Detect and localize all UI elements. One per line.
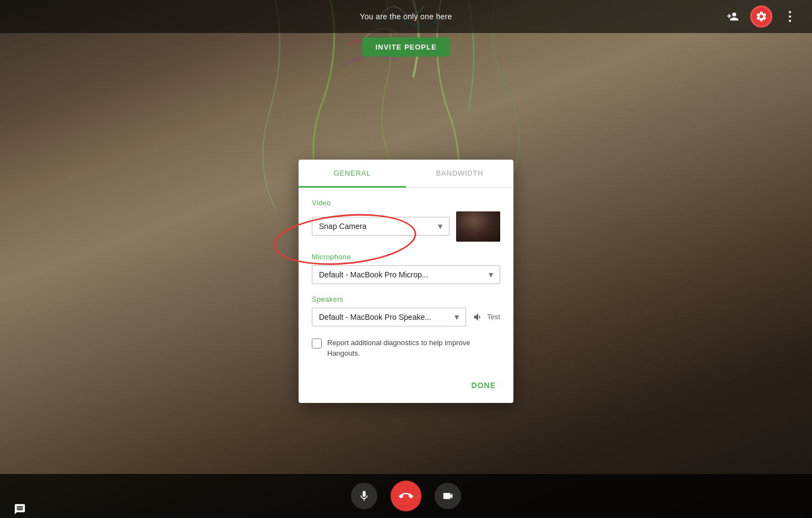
dialog-tabs: GENERAL BANDWIDTH (299, 160, 513, 188)
video-section-label: Video (312, 199, 500, 207)
diagnostics-row: Report additional diagnostics to help im… (312, 337, 500, 359)
video-preview-image (456, 211, 500, 242)
speakers-row: Default - MacBook Pro Speake... External… (312, 308, 500, 326)
speaker-icon (473, 312, 484, 323)
microphone-select[interactable]: Default - MacBook Pro Microp... External… (312, 265, 500, 284)
speakers-section-label: Speakers (312, 295, 500, 303)
dialog-body: Video Snap Camera FaceTime HD Camera Def… (299, 188, 513, 370)
video-preview (456, 211, 500, 242)
video-select-row: Snap Camera FaceTime HD Camera Default ▼ (312, 211, 500, 242)
settings-overlay: GENERAL BANDWIDTH Video Snap Camera Face… (0, 0, 812, 518)
speakers-select[interactable]: Default - MacBook Pro Speake... External… (312, 308, 466, 326)
microphone-select-row: Default - MacBook Pro Microp... External… (312, 265, 500, 284)
done-button[interactable]: DONE (467, 377, 500, 394)
microphone-select-wrapper: Default - MacBook Pro Microp... External… (312, 265, 500, 284)
diagnostics-label: Report additional diagnostics to help im… (327, 337, 500, 359)
tab-general[interactable]: GENERAL (299, 160, 406, 188)
microphone-section-label: Microphone (312, 253, 500, 261)
video-select-wrapper: Snap Camera FaceTime HD Camera Default ▼ (312, 217, 450, 236)
diagnostics-checkbox[interactable] (312, 339, 322, 348)
test-audio-button[interactable]: Test (473, 312, 500, 323)
video-select[interactable]: Snap Camera FaceTime HD Camera Default (312, 217, 450, 236)
settings-dialog: GENERAL BANDWIDTH Video Snap Camera Face… (299, 160, 513, 403)
dialog-footer: DONE (299, 370, 513, 403)
speakers-select-wrapper: Default - MacBook Pro Speake... External… (312, 308, 466, 326)
test-button-label: Test (487, 313, 500, 321)
tab-bandwidth[interactable]: BANDWIDTH (406, 160, 513, 188)
